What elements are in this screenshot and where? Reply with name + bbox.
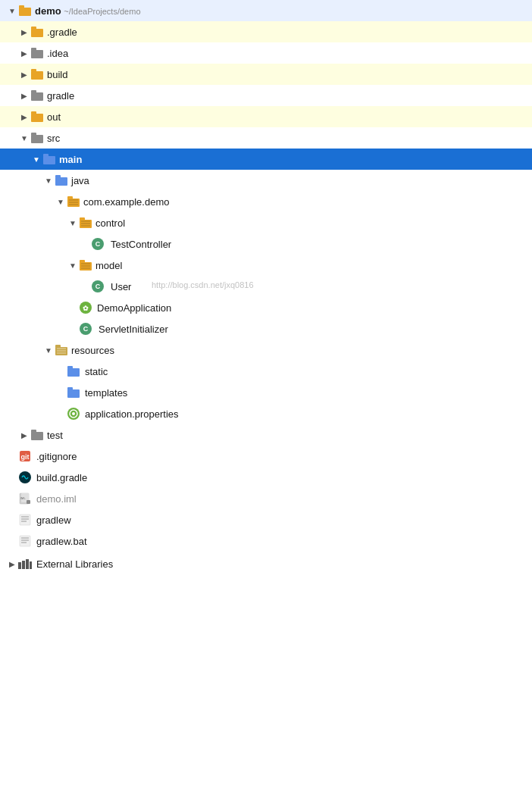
folder-icon-resources: [55, 343, 68, 357]
svg-rect-43: [67, 387, 73, 390]
arrow-gradle-hidden: [18, 26, 30, 38]
svg-rect-56: [20, 514, 30, 525]
svg-text:git: git: [21, 453, 30, 461]
folder-icon-build: [30, 67, 44, 81]
tree-item-idea[interactable]: .idea: [0, 42, 532, 64]
arrow-src: [18, 132, 30, 144]
svg-rect-12: [31, 135, 43, 143]
gradle-icon-build-gradle: [18, 471, 32, 484]
label-demoapplication: DemoApplication: [97, 302, 171, 314]
tree-item-out[interactable]: out: [0, 106, 532, 127]
label-external-libraries: External Libraries: [36, 558, 113, 570]
svg-rect-40: [67, 368, 80, 377]
folder-icon-control: [79, 216, 92, 230]
svg-rect-0: [19, 8, 31, 16]
tree-item-java[interactable]: java: [0, 170, 532, 191]
tree-item-src[interactable]: src: [0, 127, 532, 149]
label-java: java: [71, 175, 89, 186]
arrow-out: [18, 111, 30, 123]
tree-item-main[interactable]: main: [0, 149, 532, 170]
folder-icon-java: [55, 174, 68, 187]
svg-rect-66: [26, 559, 29, 569]
folder-icon-demo: [18, 4, 32, 17]
svg-rect-19: [67, 196, 73, 199]
tree-item-static[interactable]: static: [0, 361, 532, 382]
tree-item-demoapplication[interactable]: ✿ DemoApplication: [0, 297, 532, 318]
svg-rect-8: [31, 92, 43, 101]
class-icon-testcontroller: C: [91, 237, 105, 251]
tree-item-resources[interactable]: resources: [0, 339, 532, 361]
tree-item-testcontroller[interactable]: C TestController: [0, 233, 532, 255]
tree-item-gradle[interactable]: gradle: [0, 85, 532, 106]
arrow-java: [42, 174, 55, 186]
label-out: out: [47, 111, 61, 123]
label-resources: resources: [71, 345, 114, 356]
label-gradlew-bat: gradlew.bat: [36, 536, 87, 547]
label-test: test: [47, 430, 63, 441]
label-idea: .idea: [47, 48, 68, 59]
tree-item-demo-iml[interactable]: IML demo.iml: [0, 488, 532, 509]
label-gradle-hidden: .gradle: [47, 27, 77, 38]
tree-item-model[interactable]: model: [0, 255, 532, 276]
extlib-icon: [18, 557, 32, 571]
tree-item-demo[interactable]: demo ~/IdeaProjects/demo: [0, 0, 532, 21]
label-control: control: [95, 217, 125, 229]
svg-rect-5: [31, 48, 36, 51]
file-icon-gradlew-bat: [18, 534, 32, 548]
tree-item-servletinitializer[interactable]: C ServletInitializer: [0, 318, 532, 339]
tree-item-application-properties[interactable]: application.properties: [0, 403, 532, 424]
label-gitignore: .gitignore: [36, 451, 77, 462]
label-com-example-demo: com.example.demo: [83, 196, 169, 208]
svg-rect-3: [31, 27, 36, 30]
folder-icon-com-example-demo: [67, 195, 80, 208]
label-gradle: gradle: [47, 90, 74, 102]
svg-rect-36: [55, 345, 61, 348]
svg-point-46: [72, 412, 75, 415]
svg-rect-6: [31, 71, 43, 80]
svg-rect-7: [31, 69, 36, 72]
svg-text:IML: IML: [20, 496, 26, 500]
tree-item-gradlew[interactable]: gradlew: [0, 509, 532, 530]
label-demo-iml: demo.iml: [36, 493, 77, 505]
class-icon-user: C: [91, 280, 105, 293]
arrow-idea: [18, 47, 30, 59]
tree-item-build-gradle[interactable]: build.gradle: [0, 467, 532, 488]
tree-item-templates[interactable]: templates: [0, 382, 532, 403]
tree-item-gradle-hidden[interactable]: .gradle: [0, 21, 532, 42]
tree-item-build[interactable]: build: [0, 64, 532, 85]
tree-item-com-example-demo[interactable]: com.example.demo: [0, 191, 532, 212]
label-main: main: [59, 154, 82, 165]
arrow-test: [18, 429, 30, 441]
tree-item-gitignore[interactable]: git .gitignore: [0, 446, 532, 467]
folder-icon-gradle: [30, 89, 44, 102]
tree-item-control[interactable]: control: [0, 212, 532, 233]
svg-rect-48: [31, 430, 36, 433]
svg-rect-42: [67, 389, 80, 398]
svg-rect-15: [43, 154, 49, 157]
label-model: model: [95, 260, 122, 271]
iml-icon-demo: IML: [18, 492, 32, 505]
label-testcontroller: TestController: [111, 239, 171, 250]
folder-icon-test: [30, 428, 44, 442]
watermark: http://blog.csdn.net/jxq0816: [152, 280, 254, 289]
arrow-main: [30, 153, 42, 165]
svg-rect-13: [31, 133, 36, 136]
arrow-gradle: [18, 89, 30, 102]
svg-rect-54: [27, 500, 30, 504]
svg-rect-41: [67, 366, 73, 369]
tree-item-gradlew-bat[interactable]: gradlew.bat: [0, 530, 532, 552]
label-src: src: [47, 133, 60, 144]
tree-item-external-libraries[interactable]: External Libraries: [0, 553, 532, 574]
folder-icon-src: [30, 131, 44, 145]
svg-rect-29: [80, 260, 85, 263]
svg-rect-9: [31, 90, 36, 93]
spring-icon-demoapplication: ✿: [79, 301, 92, 314]
tree-item-user[interactable]: C User http://blog.csdn.net/jxq0816: [0, 276, 532, 297]
svg-rect-47: [31, 432, 43, 440]
label-application-properties: application.properties: [85, 408, 179, 420]
svg-rect-11: [31, 111, 36, 114]
svg-rect-2: [31, 29, 43, 37]
svg-rect-60: [20, 536, 30, 546]
folder-icon-main: [42, 152, 56, 166]
tree-item-test[interactable]: test: [0, 424, 532, 446]
